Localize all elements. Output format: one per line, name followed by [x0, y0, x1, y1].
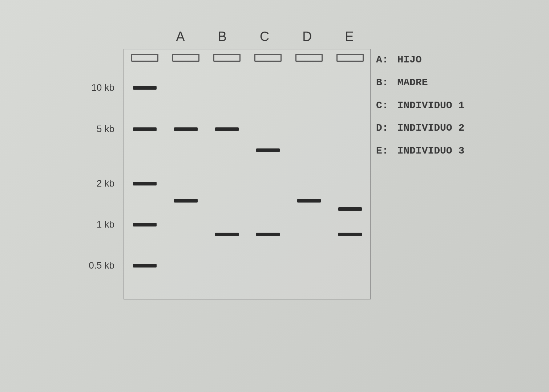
band [215, 233, 239, 236]
lane-header-d: D [302, 29, 312, 44]
well [131, 54, 158, 62]
lane-ladder [131, 64, 158, 296]
legend-row: E: INDIVIDUO 3 [376, 146, 464, 157]
lane-a [172, 64, 199, 296]
legend-label: INDIVIDUO 3 [397, 145, 464, 156]
legend-label: HIJO [397, 54, 421, 65]
band [133, 182, 157, 185]
legend-row: B: MADRE [376, 77, 464, 89]
legend-label: INDIVIDUO 2 [397, 122, 464, 134]
band [338, 233, 362, 236]
size-marker-labels: 10 kb5 kb2 kb1 kb0.5 kb [76, 49, 120, 299]
band [174, 127, 198, 131]
lane-header-e: E [345, 29, 354, 44]
legend: A: HIJO B: MADRE C: INDIVIDUO 1 D: INDIV… [376, 54, 464, 168]
legend-label: MADRE [397, 77, 428, 88]
well [295, 54, 323, 62]
band [338, 207, 362, 211]
well [336, 54, 364, 62]
size-label: 1 kb [97, 219, 114, 230]
lane-headers: A B C D E [160, 29, 371, 44]
lanes-area [131, 64, 364, 296]
lane-e [336, 64, 364, 296]
gel-diagram: A B C D E 10 kb5 kb2 kb1 kb0.5 kb A: HIJ… [76, 29, 512, 356]
size-label: 5 kb [97, 123, 114, 134]
band [133, 223, 157, 226]
lane-header-b: B [218, 29, 227, 44]
legend-key: A: [376, 54, 388, 65]
band [133, 86, 157, 90]
band [256, 233, 280, 236]
band [215, 127, 239, 131]
lane-header-c: C [260, 29, 270, 44]
legend-key: E: [376, 145, 388, 156]
legend-row: D: INDIVIDUO 2 [376, 123, 464, 134]
size-label: 2 kb [97, 177, 114, 189]
band [174, 199, 198, 203]
band [133, 264, 157, 268]
legend-key: C: [376, 100, 388, 111]
lane-c [254, 64, 282, 296]
band [256, 148, 280, 152]
lane-header-a: A [176, 29, 186, 44]
band [297, 199, 321, 203]
wells-row [131, 54, 364, 62]
well [213, 54, 241, 62]
size-label: 0.5 kb [89, 260, 114, 271]
band [133, 127, 157, 131]
legend-key: B: [376, 77, 388, 88]
well [172, 54, 199, 62]
well [254, 54, 282, 62]
legend-key: D: [376, 122, 388, 134]
gel-box [124, 49, 371, 299]
legend-label: INDIVIDUO 1 [397, 100, 464, 111]
lane-d [295, 64, 323, 296]
lane-b [213, 64, 241, 296]
legend-row: C: INDIVIDUO 1 [376, 100, 464, 111]
size-label: 10 kb [91, 82, 114, 93]
legend-row: A: HIJO [376, 54, 464, 66]
